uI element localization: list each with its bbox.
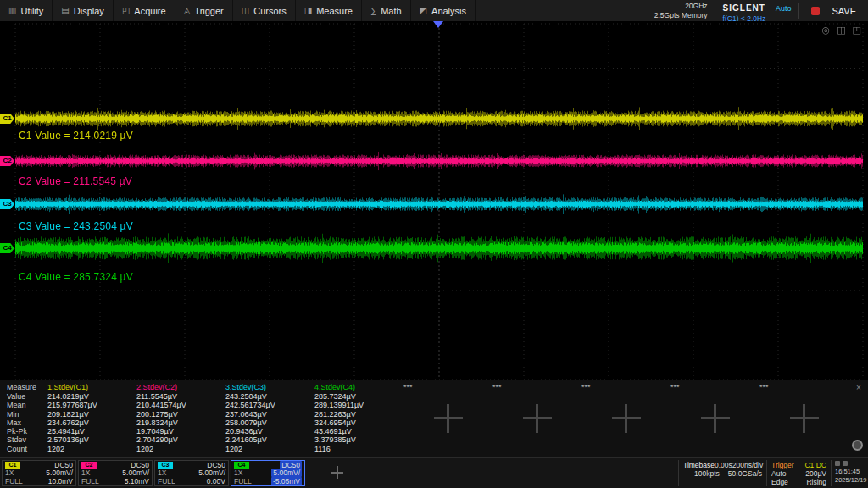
menu-item-label: Acquire xyxy=(134,6,165,16)
measure-header-c3[interactable]: 3.Stdev(C3) xyxy=(225,383,314,392)
channel-value-label-c4: C4 Value = 285.7324 µV xyxy=(19,271,133,283)
menu-item-label: Display xyxy=(74,6,104,16)
time-display: 16:51:45 xyxy=(835,468,868,476)
cell: 209.1821µV xyxy=(47,410,136,419)
cell: 285.7324µV xyxy=(314,392,403,401)
save-button[interactable]: SAVE xyxy=(799,6,868,16)
measure-header-empty[interactable]: *** xyxy=(670,383,760,392)
cell: 211.5545µV xyxy=(136,392,225,401)
coupling-value: DC50 xyxy=(54,461,73,469)
cell: 2.570136µV xyxy=(47,435,136,444)
cell: 1116 xyxy=(314,445,403,453)
channel-value-label-c3: C3 Value = 243.2504 µV xyxy=(19,220,133,232)
cell: 243.2504µV xyxy=(225,392,314,401)
scale-value: 5.00mV/ xyxy=(198,469,225,477)
measure-header-row: Measure 1.Stdev(C1) 2.Stdev(C2) 3.Stdev(… xyxy=(0,383,868,392)
timebase-panel[interactable]: Timebase 0.00s 200ns/div 100kpts 50.0GSa… xyxy=(678,460,765,486)
add-channel-button[interactable] xyxy=(331,466,343,479)
cell: 215.977687µV xyxy=(47,401,136,409)
measure-header-c2[interactable]: 2.Stdev(C2) xyxy=(136,383,225,392)
add-measure-slot[interactable] xyxy=(701,404,730,433)
cell: 1202 xyxy=(136,445,225,453)
channel-chip-c3: C3 xyxy=(158,462,173,469)
save-icon xyxy=(811,7,820,15)
channel-value-label-c2: C2 Value = 211.5545 µV xyxy=(19,175,132,187)
channel-descriptor-c3[interactable]: C3DC50 1X5.00mV/ FULL0.00V xyxy=(154,460,229,486)
siglent-logo: SIGLENT xyxy=(723,3,765,13)
waveform-traces xyxy=(0,21,868,380)
offset-value: 0.00V xyxy=(207,477,225,485)
cell: 281.2263µV xyxy=(314,410,403,419)
channel-descriptor-c4[interactable]: C4DC50 1X5.00mV/ FULL-5.05mV xyxy=(231,460,305,486)
row-label: Pk-Pk xyxy=(7,427,47,435)
coupling-value: DC50 xyxy=(280,461,302,469)
cell: 2.704290µV xyxy=(136,435,225,444)
save-label: SAVE xyxy=(832,6,856,16)
measure-header-c4[interactable]: 4.Stdev(C4) xyxy=(314,383,403,392)
measure-header-empty[interactable]: *** xyxy=(581,383,670,392)
menu-item-analysis[interactable]: ◩ Analysis xyxy=(411,0,476,21)
add-measure-slot[interactable] xyxy=(612,404,641,433)
waveform-display: C1 C2 C3 C4 C1 Value = 214.0219 µV C2 Va… xyxy=(0,21,868,380)
row-label: Count xyxy=(7,445,47,453)
status-icon xyxy=(835,461,840,466)
drag-handle-icon[interactable] xyxy=(852,440,863,451)
trigger-level: 200µV xyxy=(805,469,826,478)
measure-header-empty[interactable]: *** xyxy=(760,383,849,392)
measure-row-count: Count 1202 1202 1202 1116 xyxy=(0,445,868,453)
probe-value: 1X xyxy=(158,469,166,477)
coupling-value: DC50 xyxy=(207,461,225,469)
cell: 1202 xyxy=(225,445,314,453)
clock-panel: 16:51:45 2025/12/19 xyxy=(831,460,868,486)
math-icon: ∑ xyxy=(370,6,376,15)
coupling-value: DC50 xyxy=(131,461,149,469)
trigger-panel[interactable]: Trigger C1 DC Auto 200µV Edge Rising xyxy=(766,460,829,486)
utility-icon: ▥ xyxy=(8,6,16,15)
menu-item-math[interactable]: ∑ Math xyxy=(362,0,411,21)
display-icon: ▤ xyxy=(61,6,69,15)
cell: 19.7049µV xyxy=(136,427,225,435)
menu-item-label: Math xyxy=(381,6,401,16)
cell: 210.441574µV xyxy=(136,401,225,409)
menu-item-acquire[interactable]: ◰ Acquire xyxy=(114,0,175,21)
add-measure-slot[interactable] xyxy=(790,404,819,433)
scale-value: 5.00mV/ xyxy=(46,469,73,477)
window-icon[interactable]: ◫ xyxy=(837,25,845,36)
row-label: Max xyxy=(7,419,47,427)
scale-value: 5.00mV/ xyxy=(122,469,149,477)
date-display: 2025/12/19 xyxy=(835,476,868,485)
bandwidth-value: FULL xyxy=(5,477,23,485)
timebase-points: 100kpts xyxy=(694,469,720,478)
menu-item-utility[interactable]: ▥ Utility xyxy=(0,0,53,21)
menu-item-trigger[interactable]: ◬ Trigger xyxy=(175,0,233,21)
cell: 20.9436µV xyxy=(225,427,314,435)
menu-item-measure[interactable]: ◨ Measure xyxy=(296,0,362,21)
menu-item-display[interactable]: ▤ Display xyxy=(53,0,114,21)
measure-panel-title: Measure xyxy=(7,383,47,392)
screenshot-icon[interactable]: ◎ xyxy=(822,25,831,36)
close-icon[interactable]: × xyxy=(854,383,864,393)
timebase-delay: 0.00s xyxy=(715,461,732,469)
cell: 200.1275µV xyxy=(136,410,225,419)
channel-chip-c4: C4 xyxy=(234,462,249,469)
measure-row-stdev: Stdev 2.570136µV 2.704290µV 2.241605µV 3… xyxy=(0,435,868,444)
measure-header-empty[interactable]: *** xyxy=(403,383,492,392)
channel-descriptor-c1[interactable]: C1DC50 1X5.00mV/ FULL10.0mV xyxy=(2,460,76,486)
trigger-type: Edge xyxy=(771,478,788,486)
fullscreen-icon[interactable]: ◳ xyxy=(853,25,861,36)
channel-descriptor-c2[interactable]: C2DC50 1X5.00mV/ FULL5.10mV xyxy=(78,460,153,486)
menu-item-cursors[interactable]: ◫ Cursors xyxy=(233,0,296,21)
analysis-icon: ◩ xyxy=(420,6,427,15)
trigger-position-marker[interactable] xyxy=(433,21,443,28)
measure-header-empty[interactable]: *** xyxy=(492,383,581,392)
add-measure-slot[interactable] xyxy=(434,404,463,433)
add-measure-slot[interactable] xyxy=(523,404,552,433)
channel-chip-c2: C2 xyxy=(81,462,97,469)
cell: 237.0643µV xyxy=(225,410,314,419)
measure-header-c1[interactable]: 1.Stdev(C1) xyxy=(47,383,136,392)
timebase-label: Timebase xyxy=(683,461,715,469)
bandwidth-value: FULL xyxy=(234,477,252,485)
cell: 242.561734µV xyxy=(225,401,314,409)
cell: 1202 xyxy=(47,445,136,453)
menu-item-label: Trigger xyxy=(194,6,223,16)
